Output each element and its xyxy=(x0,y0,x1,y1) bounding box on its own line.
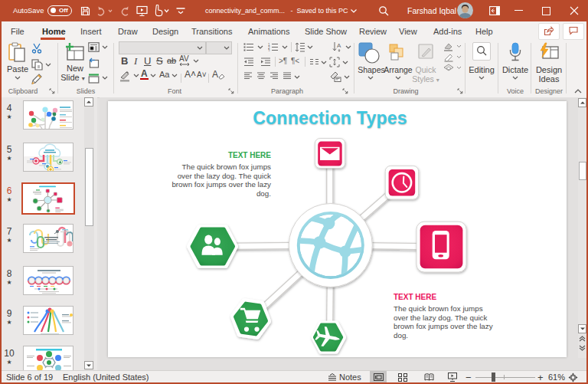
svg-text:A: A xyxy=(337,42,341,49)
svg-text:3: 3 xyxy=(268,49,270,52)
